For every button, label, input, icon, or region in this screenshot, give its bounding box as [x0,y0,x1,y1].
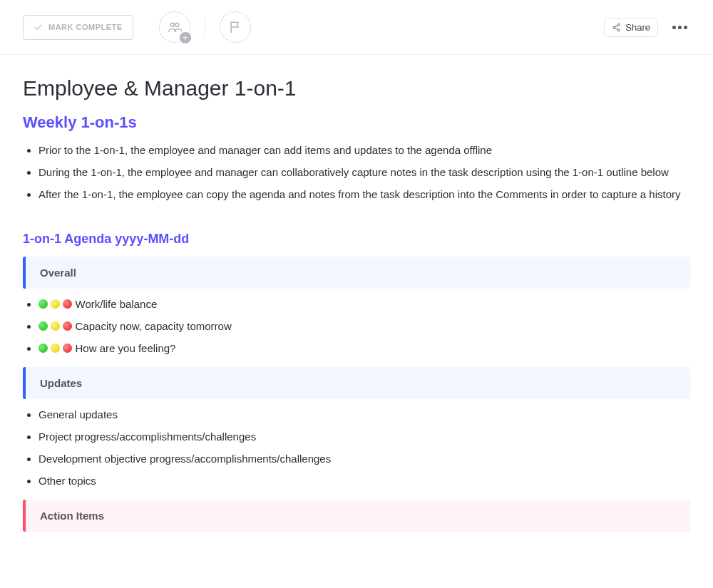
people-icon [168,20,182,34]
flag-icon [228,20,242,34]
list-item[interactable]: Prior to the 1-on-1, the employee and ma… [39,142,690,159]
updates-callout[interactable]: Updates [23,367,690,399]
list-item[interactable]: General updates [39,406,690,423]
status-red-icon [63,321,72,331]
weekly-heading[interactable]: Weekly 1-on-1s [23,113,690,132]
list-item[interactable]: Development objective progress/accomplis… [39,450,690,468]
overall-item-label: Work/life balance [76,298,158,310]
ellipsis-icon [672,26,676,29]
action-items-callout[interactable]: Action Items [23,500,690,532]
share-label: Share [625,22,650,33]
overall-item-label: How are you feeling? [76,342,176,354]
more-menu-button[interactable] [670,23,690,32]
status-green-icon [39,344,48,353]
svg-point-1 [175,23,179,26]
status-yellow-icon [51,299,60,309]
status-yellow-icon [51,321,60,331]
list-item[interactable]: After the 1-on-1, the employee can copy … [39,186,690,203]
toolbar: MARK COMPLETE + Share [0,0,713,55]
status-green-icon [39,299,48,309]
assignee-button[interactable]: + [159,11,190,43]
agenda-heading[interactable]: 1-on-1 Agenda yyyy-MM-dd [23,232,690,247]
status-red-icon [63,344,72,353]
share-icon [612,23,621,32]
status-yellow-icon [51,344,60,353]
list-item[interactable]: Capacity now, capacity tomorrow [39,318,690,335]
overall-title: Overall [40,267,76,279]
list-item[interactable]: Work/life balance [39,296,690,313]
updates-title: Updates [40,377,82,389]
overall-list: Work/life balance Capacity now, capacity… [23,296,690,357]
share-button[interactable]: Share [604,18,658,37]
list-item[interactable]: Other topics [39,473,690,490]
list-item[interactable]: During the 1-on-1, the employee and mana… [39,164,690,181]
status-green-icon [39,321,48,331]
priority-button[interactable] [220,11,251,43]
weekly-bullets: Prior to the 1-on-1, the employee and ma… [23,142,690,203]
overall-callout[interactable]: Overall [23,257,690,289]
action-items-title: Action Items [40,510,104,522]
page-title[interactable]: Employee & Manager 1-on-1 [23,76,690,100]
assignee-group: + [159,11,251,43]
mark-complete-button[interactable]: MARK COMPLETE [23,15,133,40]
updates-list: General updates Project progress/accompl… [23,406,690,490]
document-body: Employee & Manager 1-on-1 Weekly 1-on-1s… [0,55,713,567]
list-item[interactable]: Project progress/accomplishments/challen… [39,428,690,445]
check-icon [34,23,43,32]
svg-point-0 [170,23,174,26]
separator [205,18,205,36]
overall-item-label: Capacity now, capacity tomorrow [76,320,232,332]
mark-complete-label: MARK COMPLETE [48,23,123,31]
list-item[interactable]: How are you feeling? [39,340,690,357]
plus-icon: + [180,32,191,43]
status-red-icon [63,299,72,309]
